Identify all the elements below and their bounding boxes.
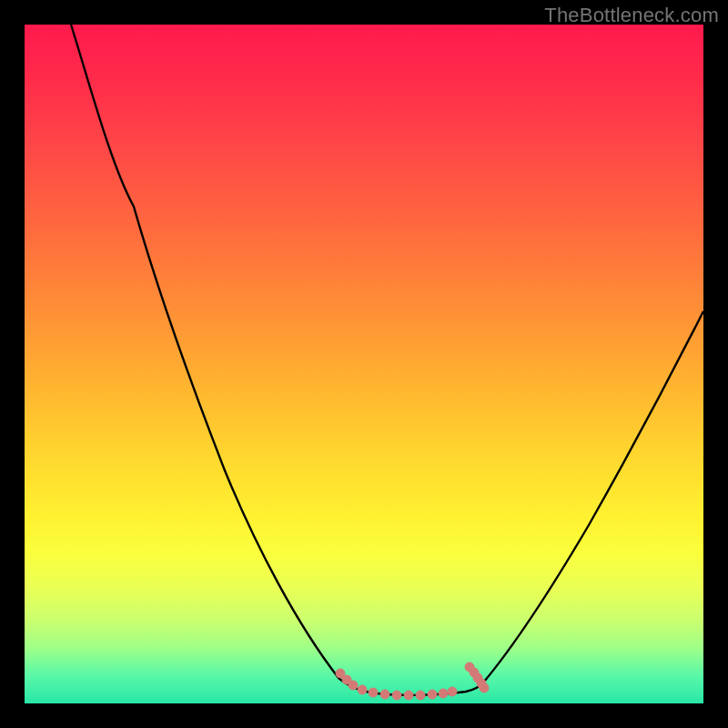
curve-path	[71, 25, 703, 695]
svg-point-3	[358, 685, 367, 694]
svg-point-16	[480, 683, 489, 693]
svg-point-8	[416, 691, 425, 700]
bottleneck-curve	[25, 25, 703, 703]
svg-point-10	[439, 689, 448, 698]
svg-point-11	[448, 687, 457, 696]
gradient-plot-area	[25, 25, 703, 703]
valley-dots	[336, 662, 489, 700]
svg-point-7	[404, 691, 413, 700]
svg-point-5	[380, 690, 389, 699]
outer-frame: TheBottleneck.com	[0, 0, 728, 728]
svg-point-2	[349, 681, 358, 690]
svg-point-4	[369, 688, 378, 697]
svg-point-6	[392, 691, 401, 700]
svg-point-9	[428, 690, 437, 699]
